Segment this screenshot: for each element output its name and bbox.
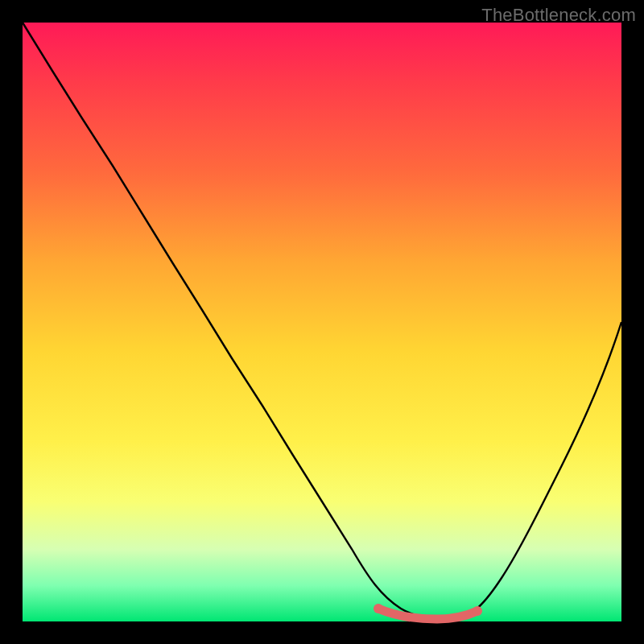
watermark-text: TheBottleneck.com	[481, 5, 636, 26]
accent-start-dot	[374, 604, 383, 613]
chart-frame: TheBottleneck.com	[0, 0, 644, 644]
plot-area	[23, 23, 621, 621]
accent-end-dot	[473, 606, 482, 616]
curve-svg	[23, 23, 621, 621]
bottleneck-curve	[23, 23, 621, 619]
accent-segment	[378, 609, 477, 619]
